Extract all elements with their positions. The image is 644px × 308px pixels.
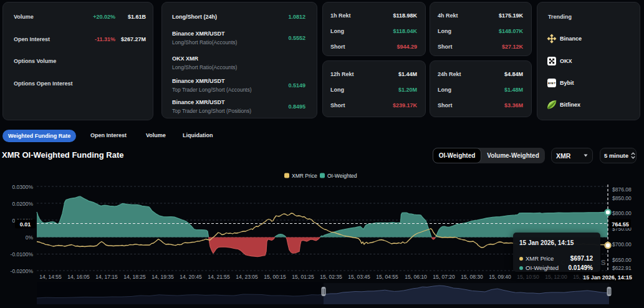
svg-text:0%: 0% [26, 234, 34, 241]
svg-text:15 Jan 2026, 14:15: 15 Jan 2026, 14:15 [583, 274, 632, 281]
svg-text:$876.08: $876.08 [612, 186, 632, 193]
svg-text:0.0200%: 0.0200% [12, 201, 33, 207]
svg-text:14, 14:55: 14, 14:55 [39, 274, 62, 280]
svg-text:$800.00: $800.00 [612, 210, 632, 216]
svg-text:14, 21:55: 14, 21:55 [208, 274, 230, 280]
svg-text:15, 09:40: 15, 09:40 [489, 274, 511, 280]
svg-text:15, 06:10: 15, 06:10 [405, 274, 427, 280]
svg-text:14, 19:35: 14, 19:35 [151, 274, 174, 280]
svg-text:14, 17:15: 14, 17:15 [95, 274, 118, 280]
svg-text:$700.00: $700.00 [612, 241, 632, 248]
svg-text:0.01: 0.01 [20, 221, 31, 228]
svg-text:15, 02:35: 15, 02:35 [320, 274, 342, 280]
svg-text:15, 07:20: 15, 07:20 [433, 274, 455, 280]
svg-text:14, 16:05: 14, 16:05 [67, 274, 90, 280]
svg-text:15, 04:55: 15, 04:55 [376, 274, 398, 280]
svg-text:764.55: 764.55 [612, 221, 629, 228]
svg-text:15, 01:25: 15, 01:25 [292, 274, 314, 280]
svg-text:15, 00:15: 15, 00:15 [264, 274, 286, 280]
svg-text:15, 03:45: 15, 03:45 [348, 274, 370, 280]
svg-text:$622.91: $622.91 [612, 265, 632, 271]
svg-text:-0.0200%: -0.0200% [11, 268, 34, 274]
svg-text:15, 10:50: 15, 10:50 [517, 274, 539, 280]
svg-text:-0.0100%: -0.0100% [11, 251, 34, 257]
svg-text:$850.00: $850.00 [612, 195, 632, 201]
svg-text:$650.00: $650.00 [612, 257, 632, 263]
svg-text:15, 08:30: 15, 08:30 [461, 274, 483, 280]
svg-text:0.0300%: 0.0300% [12, 184, 33, 190]
svg-text:14, 18:25: 14, 18:25 [123, 274, 146, 280]
svg-text:BYB!T: BYB!T [548, 82, 556, 85]
svg-text:14, 20:45: 14, 20:45 [180, 274, 202, 280]
svg-text:15, 12:00: 15, 12:00 [545, 274, 567, 280]
svg-text:OI-Weighted: OI-Weighted [327, 173, 357, 179]
svg-text:14, 23:05: 14, 23:05 [236, 274, 258, 280]
svg-text:XMR Price: XMR Price [292, 173, 317, 179]
